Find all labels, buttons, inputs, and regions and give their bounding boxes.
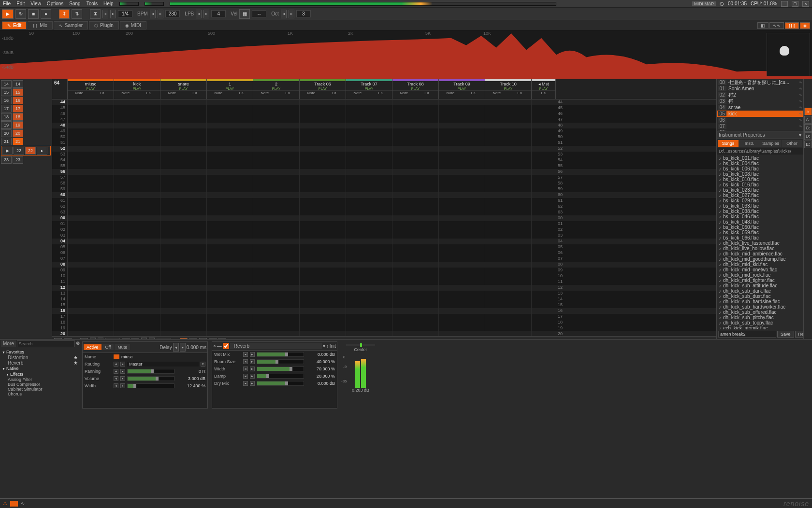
pattern-cell[interactable] (439, 134, 485, 140)
spectrum-toggle[interactable]: ◧ (757, 22, 768, 29)
seq-slot[interactable]: 17 (1, 105, 12, 113)
pattern-cell[interactable] (346, 325, 392, 331)
pattern-cell[interactable] (439, 215, 485, 221)
pattern-cell[interactable] (346, 99, 392, 105)
pattern-cell[interactable] (68, 152, 114, 157)
pattern-cell[interactable] (160, 296, 207, 302)
pattern-cell[interactable] (160, 128, 207, 134)
pattern-cell[interactable] (439, 279, 485, 285)
pattern-cell[interactable] (392, 325, 439, 331)
link-toggle[interactable]: ⛓ (131, 338, 139, 339)
bpm-value[interactable]: 230 (165, 10, 180, 17)
pattern-cell[interactable] (68, 140, 114, 146)
pattern-cell[interactable] (300, 244, 346, 250)
pattern-cell[interactable] (160, 250, 207, 256)
pattern-cell[interactable] (160, 175, 207, 181)
pattern-cell[interactable] (485, 262, 532, 268)
track-name[interactable]: Track 10 (485, 81, 531, 87)
pattern-cell[interactable] (114, 308, 160, 314)
tab-plugin[interactable]: ⬡Plugin (89, 21, 119, 29)
pattern-cell[interactable] (253, 256, 300, 262)
pattern-cell[interactable] (68, 123, 114, 128)
file-item[interactable]: ♪dh_kick_sub_toppy.flac (718, 320, 802, 325)
pattern-cell[interactable] (160, 146, 207, 152)
pattern-cell[interactable] (68, 146, 114, 152)
pattern-cell[interactable] (68, 227, 114, 233)
pattern-cell[interactable] (485, 308, 532, 314)
pattern-cell[interactable] (392, 192, 439, 198)
pattern-cell[interactable] (253, 204, 300, 210)
delay-value[interactable]: 0.000 ms (187, 345, 206, 350)
pattern-cell[interactable] (300, 215, 346, 221)
slider[interactable] (257, 374, 304, 379)
pattern-cell[interactable] (253, 239, 300, 244)
pattern-cell[interactable] (346, 302, 392, 308)
pattern-cell[interactable] (439, 233, 485, 239)
file-item[interactable]: ♪bs_kick_006.flac (718, 166, 802, 171)
pattern-cell[interactable] (253, 186, 300, 192)
pattern-cell[interactable] (485, 291, 532, 296)
pattern-cell[interactable] (346, 152, 392, 157)
pattern-cell[interactable] (485, 273, 532, 279)
pattern-cell[interactable] (160, 273, 207, 279)
file-item[interactable]: ♪bs_kick_004.flac (718, 161, 802, 166)
midi-map-button[interactable]: MIDI MAP (692, 1, 716, 6)
file-item[interactable]: ♪dh_kick_mid_onetwo.flac (718, 267, 802, 272)
pattern-cell[interactable] (439, 123, 485, 128)
pattern-cell[interactable] (68, 198, 114, 204)
pattern-cell[interactable] (253, 105, 300, 111)
track-play[interactable]: PLAY (160, 87, 206, 90)
pattern-cell[interactable] (207, 256, 253, 262)
warning-icon[interactable]: ⚠ (3, 501, 7, 506)
pattern-cell[interactable] (392, 111, 439, 117)
track-name[interactable]: Track 07 (346, 81, 392, 87)
pattern-cell[interactable] (485, 105, 532, 111)
pattern-cell[interactable] (68, 163, 114, 169)
pattern-cell[interactable] (392, 227, 439, 233)
pattern-cell[interactable] (439, 291, 485, 296)
pattern-cell[interactable] (300, 140, 346, 146)
file-item[interactable]: ♪dh_kick_sub_dark.flac (718, 288, 802, 294)
pattern-cell[interactable] (207, 285, 253, 291)
pattern-cell[interactable] (300, 262, 346, 268)
pattern-cell[interactable] (346, 256, 392, 262)
pattern-cell[interactable] (207, 320, 253, 325)
pattern-cell[interactable] (439, 308, 485, 314)
file-item[interactable]: ♪bs_kick_048.flac (718, 219, 802, 225)
pattern-cell[interactable] (439, 140, 485, 146)
pattern-cell[interactable] (392, 134, 439, 140)
instrument-list[interactable]: 00七瀬光 - 音梦を探しに_[cu...∿01Sonic Amen∿02捋2∿… (717, 79, 803, 131)
pattern-cell[interactable] (300, 111, 346, 117)
pattern-cell[interactable] (207, 134, 253, 140)
pattern-cell[interactable] (68, 314, 114, 320)
file-item[interactable]: ♪bs_kick_066.flac (718, 235, 802, 240)
instrument-slot[interactable]: 07∿ (717, 123, 803, 129)
pattern-cell[interactable] (485, 302, 532, 308)
favorites-category[interactable]: Favorites (1, 349, 79, 355)
pattern-cell[interactable] (346, 227, 392, 233)
pattern-cell[interactable] (392, 273, 439, 279)
file-item[interactable]: ♪dh_kick_sub_hardworker.flac (718, 304, 802, 310)
pattern-cell[interactable] (346, 296, 392, 302)
metronome-button[interactable]: ⧗ (90, 9, 101, 19)
pattern-cell[interactable] (439, 169, 485, 175)
pattern-cell[interactable] (160, 169, 207, 175)
instrument-slot[interactable]: 01Sonic Amen∿ (717, 85, 803, 92)
pattern-cell[interactable] (300, 233, 346, 239)
pattern-cell[interactable] (114, 99, 160, 105)
pattern-cell[interactable] (207, 291, 253, 296)
pattern-cell[interactable] (485, 128, 532, 134)
pattern-cell[interactable] (485, 163, 532, 169)
pattern-cell[interactable] (160, 302, 207, 308)
file-item[interactable]: ♪bs_kick_033.flac (718, 203, 802, 209)
file-item[interactable]: ♪dh_kick_live_hollow.flac (718, 246, 802, 251)
pattern-cell[interactable] (114, 273, 160, 279)
wrap-toggle[interactable]: ↻ (122, 338, 130, 339)
pattern-cell[interactable] (439, 302, 485, 308)
pattern-cell[interactable] (439, 204, 485, 210)
pattern-cell[interactable] (439, 250, 485, 256)
file-item[interactable]: ♪dh_kick_mid_rock.flac (718, 272, 802, 278)
pattern-cell[interactable] (439, 273, 485, 279)
pattern-cell[interactable] (114, 157, 160, 163)
tab-sampler[interactable]: ∿Sampler (54, 21, 88, 29)
